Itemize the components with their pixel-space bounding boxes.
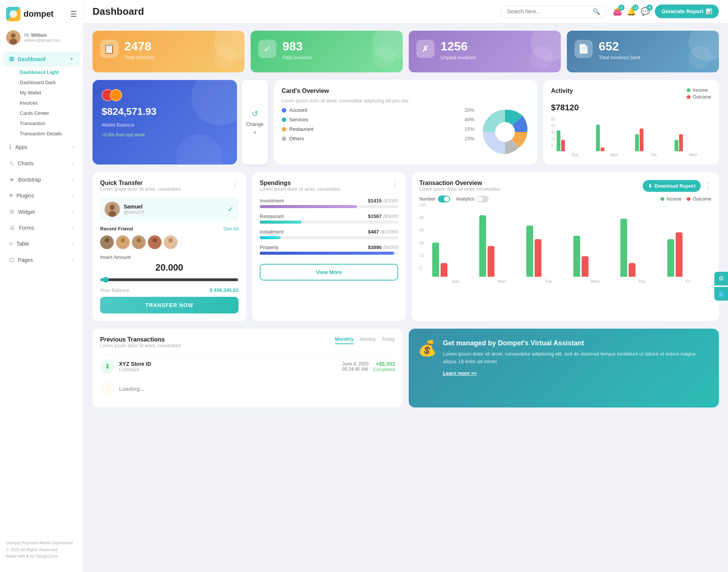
pie-chart bbox=[480, 107, 530, 157]
invoice-icon: 📋 bbox=[100, 40, 118, 58]
number-toggle-switch[interactable] bbox=[438, 196, 450, 202]
income-dot bbox=[661, 197, 664, 201]
sidebar-item-plugins[interactable]: ♥ Plugins › bbox=[3, 188, 80, 203]
bar-group-tue bbox=[526, 226, 570, 277]
sidebar-item-label: Charts bbox=[18, 160, 33, 166]
subnav-transaction[interactable]: Transaction bbox=[14, 118, 83, 129]
subnav-dashboard-dark[interactable]: Dashboard Dark bbox=[14, 77, 83, 88]
person-handle: @sam224 bbox=[124, 210, 144, 215]
hamburger-menu[interactable]: ☰ bbox=[70, 9, 77, 19]
more-options-icon[interactable]: ⋮ bbox=[391, 180, 398, 188]
va-icon: 💰 bbox=[418, 339, 437, 357]
view-more-button[interactable]: View More bbox=[260, 264, 398, 281]
spending-item-installment: Installment $487 /$10000 bbox=[260, 229, 398, 239]
svg-point-2 bbox=[11, 33, 16, 38]
widget-icon: ⚙ bbox=[9, 208, 14, 215]
download-label: Download Report bbox=[654, 183, 695, 189]
droplet-button[interactable]: 💧 bbox=[714, 287, 728, 301]
spending-name: Installment bbox=[260, 229, 284, 235]
va-learn-more-link[interactable]: Learn more >> bbox=[443, 370, 477, 376]
income-label: Income bbox=[667, 196, 681, 202]
transaction-overview-card: Transaction Overview Lorem ipsum dolor s… bbox=[412, 172, 719, 321]
search-icon[interactable]: 🔍 bbox=[593, 8, 600, 15]
sidebar-item-widget[interactable]: ⚙ Widget › bbox=[3, 204, 80, 219]
plugins-icon: ♥ bbox=[9, 192, 13, 199]
download-report-button[interactable]: ⬇ Download Report bbox=[643, 180, 701, 192]
sidebar-item-charts[interactable]: ∿ Charts › bbox=[3, 156, 80, 171]
list-item: Services 40% bbox=[282, 117, 474, 122]
stat-card-paid-invoices: ✓ 983 Paid Invoices bbox=[251, 31, 403, 72]
table-row: ⬇ XYZ Store ID Cashback June 4, 2020 05:… bbox=[100, 355, 395, 378]
amount-slider[interactable] bbox=[100, 277, 238, 283]
income-bar bbox=[479, 215, 486, 277]
spendings-card: Spendings Lorem ipsum dolor sit amet, co… bbox=[252, 172, 406, 321]
transaction-overview-header: Transaction Overview Lorem ipsum dolor s… bbox=[419, 180, 711, 192]
wallet-icon-badge[interactable]: 👛 2 bbox=[613, 7, 622, 16]
progress-bar bbox=[260, 221, 398, 224]
svg-point-6 bbox=[110, 205, 115, 210]
change-card[interactable]: ↺ Change ▼ bbox=[242, 80, 268, 165]
sidebar-item-label: Forms bbox=[19, 225, 34, 231]
more-options-icon[interactable]: ⋮ bbox=[232, 180, 238, 188]
header: Dashboard 🔍 👛 2 🔔 12 💬 5 Generate Report… bbox=[83, 0, 728, 23]
friend-avatar-3[interactable] bbox=[132, 235, 146, 249]
decorative-circle bbox=[191, 80, 237, 125]
sidebar-item-forms[interactable]: 🖨 Forms › bbox=[3, 221, 80, 235]
check-circle-icon: ✓ bbox=[258, 40, 276, 58]
to-chart-area: 0 20 40 60 80 100 bbox=[419, 202, 711, 284]
cards-overview-list: Account 20% Services 40% Restaurant 15% bbox=[282, 107, 474, 157]
settings-button[interactable]: ⚙ bbox=[714, 272, 728, 285]
sidebar-item-table[interactable]: ≡ Table › bbox=[3, 237, 80, 251]
income-dot bbox=[687, 88, 690, 92]
chevron-right-icon: › bbox=[72, 225, 74, 230]
account-dot bbox=[282, 108, 286, 113]
tx-cashback-icon: ⬇ bbox=[100, 359, 115, 374]
bell-icon-badge[interactable]: 🔔 12 bbox=[627, 7, 636, 16]
tab-weekly[interactable]: Weekly bbox=[360, 336, 376, 344]
wallet-section: $824,571.93 Wallet Balance +0.8% than la… bbox=[93, 80, 268, 165]
chat-icon-badge[interactable]: 💬 5 bbox=[641, 7, 650, 16]
bar-label-wed: Wed bbox=[675, 153, 711, 157]
subnav-my-wallet[interactable]: My Wallet bbox=[14, 88, 83, 98]
friend-avatar-4[interactable] bbox=[148, 235, 162, 249]
friend-avatar-1[interactable] bbox=[100, 235, 114, 249]
outcome-bar bbox=[629, 263, 635, 277]
subnav-transaction-details[interactable]: Transaction Details bbox=[14, 129, 83, 139]
progress-fill bbox=[260, 221, 301, 224]
stat-value: 983 bbox=[282, 40, 312, 53]
income-bar bbox=[675, 140, 678, 151]
stat-card-total-invoices: 📋 2478 Total Invoices bbox=[93, 31, 245, 72]
refresh-icon: ↺ bbox=[252, 109, 258, 118]
user-name: William bbox=[31, 33, 47, 38]
sidebar-item-pages[interactable]: ⊡ Pages › bbox=[3, 252, 80, 267]
check-icon: ✓ bbox=[228, 205, 234, 214]
progress-fill bbox=[260, 205, 357, 208]
friend-avatar-5[interactable] bbox=[164, 235, 177, 249]
tab-today[interactable]: Today bbox=[382, 336, 395, 344]
stat-value: 652 bbox=[599, 40, 640, 53]
number-toggle: Number bbox=[419, 196, 450, 202]
friend-avatar-2[interactable] bbox=[116, 235, 130, 249]
spendings-header: Spendings Lorem ipsum dolor sit amet, co… bbox=[260, 180, 398, 196]
generate-report-button[interactable]: Generate Report 📊 bbox=[655, 5, 719, 18]
spendings-title: Spendings bbox=[260, 180, 340, 186]
sidebar-item-dashboard[interactable]: ⊞ Dashboard ▼ bbox=[3, 52, 80, 66]
friends-avatars bbox=[100, 235, 238, 249]
tab-monthly[interactable]: Monthly bbox=[335, 336, 354, 344]
subnav-dashboard-light[interactable]: Dashboard Light bbox=[14, 67, 83, 77]
cards-overview: Card's Overview Lorem ipsum dolor sit am… bbox=[274, 80, 537, 165]
see-all-link[interactable]: See All bbox=[223, 226, 238, 232]
search-input[interactable] bbox=[507, 8, 590, 14]
spending-amounts: $1567 /$5000 bbox=[368, 213, 398, 219]
subnav-cards-center[interactable]: Cards Center bbox=[14, 108, 83, 118]
tx-info: XYZ Store ID Cashback bbox=[119, 361, 338, 372]
sidebar-item-apps[interactable]: ℹ Apps › bbox=[3, 139, 80, 154]
transfer-now-button[interactable]: TRANSFER NOW bbox=[100, 297, 238, 313]
more-options-icon[interactable]: ⋮ bbox=[704, 182, 711, 190]
subnav-invoices[interactable]: Invoices bbox=[14, 98, 83, 108]
analytics-toggle-switch[interactable] bbox=[477, 196, 489, 202]
sidebar-item-bootstrap[interactable]: ★ Bootstrap › bbox=[3, 172, 80, 187]
search-box[interactable]: 🔍 bbox=[500, 5, 607, 18]
quick-transfer-header: Quick Transfer Lorem ipsum dolor sit ame… bbox=[100, 180, 238, 196]
chevron-right-icon: › bbox=[72, 161, 74, 166]
